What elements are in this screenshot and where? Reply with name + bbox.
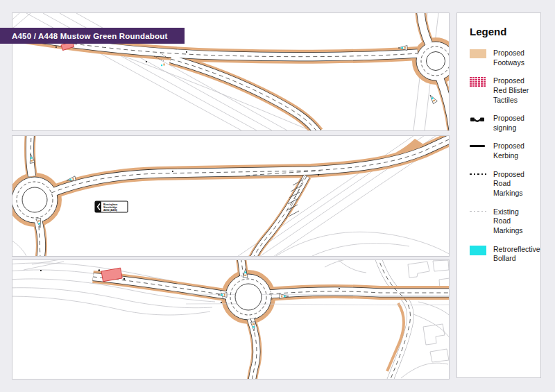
signing-icon <box>470 114 487 133</box>
direction-sign: Birmingham Stourbridge A450 (A456) <box>95 201 128 212</box>
proposed-road-markings-swatch <box>470 170 487 198</box>
existing-road-markings-swatch <box>470 207 487 236</box>
legend-item-footways: Proposed Footways <box>470 49 533 67</box>
legend-title: Legend <box>470 26 533 37</box>
retroreflective-bollard-swatch <box>470 245 487 264</box>
legend-item-proposed-road-markings: Proposed Road Markings <box>470 170 533 198</box>
legend-item-retroreflective-bollard: Retroreflective Bollard <box>470 245 533 264</box>
title-banner: A450 / A448 Mustow Green Roundabout <box>0 28 185 44</box>
legend-card: Legend Proposed Footways Proposed Red Bl… <box>456 12 541 378</box>
drawing-sheet: A450 / A448 Mustow Green Roundabout <box>0 0 555 392</box>
existing-feature-lines <box>12 136 449 256</box>
blister-tactiles-swatch <box>470 76 487 105</box>
footways-swatch <box>470 49 487 67</box>
plan-bottom-drawing <box>12 260 449 379</box>
legend-item-kerbing: Proposed Kerbing <box>470 142 533 160</box>
legend-item-blister-tactiles: Proposed Red Blister Tactiles <box>470 76 533 105</box>
legend-item-signing: Proposed signing <box>470 114 533 133</box>
legend-item-existing-road-markings: Existing Road Markings <box>470 207 533 236</box>
roads <box>12 136 449 256</box>
plan-panel-middle: Birmingham Stourbridge A450 (A456) <box>12 135 450 257</box>
plan-panel-bottom <box>12 259 450 380</box>
sign-route-number: A450 (A456) <box>103 209 117 212</box>
kerbing-swatch <box>470 142 487 160</box>
roads <box>93 260 449 379</box>
sheet-title: A450 / A448 Mustow Green Roundabout <box>0 32 167 40</box>
plan-middle-drawing: Birmingham Stourbridge A450 (A456) <box>12 136 449 256</box>
